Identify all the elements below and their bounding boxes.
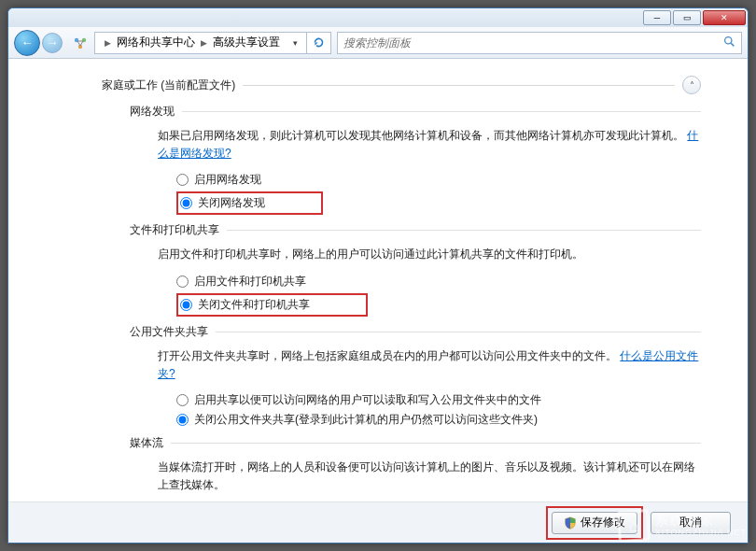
radio-label: 启用网络发现: [194, 172, 261, 188]
section-title: 媒体流: [130, 435, 163, 451]
content-area: 家庭或工作 (当前配置文件) ˄ 网络发现 如果已启用网络发现，则此计算机可以发…: [8, 59, 748, 502]
forward-button[interactable]: →: [42, 33, 63, 53]
maximize-button[interactable]: ▭: [673, 10, 701, 25]
section-description: 如果已启用网络发现，则此计算机可以发现其他网络计算机和设备，而其他网络计算机亦可…: [158, 127, 701, 162]
radio-label: 关闭公用文件夹共享(登录到此计算机的用户仍然可以访问这些文件夹): [194, 412, 538, 428]
cancel-button[interactable]: 取消: [651, 512, 731, 534]
divider: [243, 85, 675, 86]
radio-network-discovery-off[interactable]: [180, 197, 192, 209]
breadcrumb[interactable]: ▶ 网络和共享中心 ▶ 高级共享设置 ▾: [94, 32, 307, 54]
radio-file-printer-off[interactable]: [180, 299, 192, 311]
radio-label: 关闭网络发现: [198, 195, 265, 211]
section-description: 启用文件和打印机共享时，网络上的用户可以访问通过此计算机共享的文件和打印机。: [158, 246, 701, 263]
chevron-right-icon: ▶: [105, 38, 111, 48]
button-label: 取消: [679, 515, 702, 530]
refresh-button[interactable]: [307, 32, 331, 54]
profile-title: 家庭或工作 (当前配置文件): [102, 78, 235, 93]
section-description: 当媒体流打开时，网络上的人员和设备便可以访问该计算机上的图片、音乐以及视频。该计…: [158, 459, 701, 494]
section-title: 公用文件夹共享: [130, 324, 208, 340]
collapse-button[interactable]: ˄: [682, 76, 701, 94]
radio-public-folder-on[interactable]: [176, 394, 189, 406]
divider: [216, 332, 701, 332]
network-icon: [72, 35, 89, 51]
search-icon[interactable]: [723, 35, 735, 50]
svg-line-4: [731, 43, 734, 46]
divider: [182, 111, 701, 112]
breadcrumb-item[interactable]: 高级共享设置: [213, 35, 280, 50]
section-description: 打开公用文件夹共享时，网络上包括家庭组成员在内的用户都可以访问公用文件夹中的文件…: [158, 347, 701, 383]
shield-icon: [564, 516, 577, 530]
radio-label: 启用文件和打印机共享: [194, 274, 306, 290]
breadcrumb-dropdown-icon[interactable]: ▾: [287, 38, 302, 48]
window: ─ ▭ ✕ ← → ▶ 网络和共享中心 ▶ 高级共享设置 ▾ 家庭或工作 (当前…: [7, 7, 749, 544]
section-media-streaming: 媒体流 当媒体流打开时，网络上的人员和设备便可以访问该计算机上的图片、音乐以及视…: [130, 435, 701, 494]
radio-network-discovery-on[interactable]: [176, 174, 189, 186]
radio-public-folder-off[interactable]: [176, 414, 189, 426]
divider: [171, 443, 701, 444]
section-title: 网络发现: [130, 104, 175, 120]
svg-point-3: [725, 36, 732, 43]
highlight-box: 保存修改: [546, 506, 643, 540]
close-button[interactable]: ✕: [703, 10, 746, 25]
chevron-right-icon: ▶: [201, 38, 207, 48]
button-label: 保存修改: [581, 515, 625, 530]
section-public-folder-sharing: 公用文件夹共享 打开公用文件夹共享时，网络上包括家庭组成员在内的用户都可以访问公…: [130, 324, 701, 428]
section-file-printer-sharing: 文件和打印机共享 启用文件和打印机共享时，网络上的用户可以访问通过此计算机共享的…: [130, 222, 701, 316]
divider: [227, 230, 701, 231]
search-box[interactable]: [337, 32, 742, 54]
breadcrumb-item[interactable]: 网络和共享中心: [117, 35, 195, 50]
highlight-box: 关闭文件和打印机共享: [176, 293, 368, 317]
footer: 保存修改 取消: [8, 502, 748, 543]
radio-label: 启用共享以便可以访问网络的用户可以读取和写入公用文件夹中的文件: [194, 392, 541, 408]
search-input[interactable]: [343, 36, 723, 49]
save-button[interactable]: 保存修改: [552, 512, 637, 534]
navbar: ← → ▶ 网络和共享中心 ▶ 高级共享设置 ▾: [8, 27, 748, 59]
radio-label: 关闭文件和打印机共享: [198, 297, 310, 313]
section-network-discovery: 网络发现 如果已启用网络发现，则此计算机可以发现其他网络计算机和设备，而其他网络…: [130, 104, 701, 215]
radio-file-printer-on[interactable]: [176, 276, 189, 288]
minimize-button[interactable]: ─: [643, 10, 671, 25]
chevron-up-icon: ˄: [690, 80, 694, 91]
section-title: 文件和打印机共享: [130, 222, 219, 238]
titlebar: ─ ▭ ✕: [8, 8, 748, 27]
back-button[interactable]: ←: [14, 30, 40, 56]
profile-header: 家庭或工作 (当前配置文件) ˄: [102, 76, 701, 94]
highlight-box: 关闭网络发现: [176, 191, 323, 215]
